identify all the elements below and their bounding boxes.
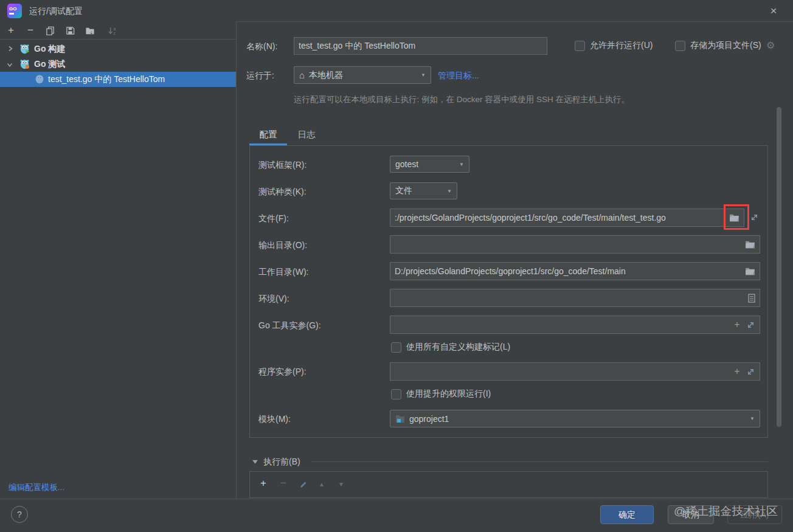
tree-item-go-build[interactable]: Go 构建 <box>0 41 236 57</box>
file-label: 文件(F): <box>258 213 289 224</box>
test-kind-value: 文件 <box>395 185 412 196</box>
sort-configurations-icon[interactable]: az <box>106 24 118 36</box>
elevated-privileges-checkbox[interactable]: 使用提升的权限运行(I) <box>391 389 491 399</box>
add-macro-icon[interactable]: + <box>734 365 740 378</box>
chevron-down-icon: ▼ <box>417 72 426 78</box>
help-button[interactable]: ? <box>11 506 28 523</box>
add-macro-icon[interactable]: + <box>734 319 740 331</box>
remove-task-icon[interactable]: − <box>277 477 289 489</box>
checkbox-box[interactable] <box>575 41 585 51</box>
working-dir-input[interactable]: D:/projects/GolandProjects/goproject1/sr… <box>390 262 760 280</box>
tab-configuration[interactable]: 配置 <box>254 129 283 140</box>
move-down-icon[interactable]: ▼ <box>335 478 347 490</box>
run-on-select[interactable]: ⌂ 本地机器 ▼ <box>294 66 431 84</box>
name-input[interactable]: test_test.go 中的 TestHelloTom <box>294 37 547 55</box>
test-kind-select[interactable]: 文件 ▼ <box>390 182 457 199</box>
run-on-label: 运行于: <box>246 71 274 81</box>
name-label: 名称(N): <box>246 41 277 52</box>
vertical-scrollbar[interactable] <box>777 107 781 427</box>
new-folder-icon[interactable] <box>84 24 96 36</box>
test-kind-label: 测试种类(K): <box>258 187 306 198</box>
svg-text:z: z <box>113 31 115 35</box>
program-args-label: 程序实参(P): <box>258 367 306 378</box>
output-dir-label: 输出目录(O): <box>258 240 307 251</box>
store-as-project-label: 存储为项目文件(S) <box>690 40 761 51</box>
environment-input[interactable] <box>390 289 760 307</box>
chevron-down-icon[interactable] <box>5 61 14 69</box>
footer-divider <box>0 499 793 499</box>
move-up-icon[interactable]: ▲ <box>316 478 328 490</box>
name-input-value: test_test.go 中的 TestHelloTom <box>299 41 542 52</box>
save-configuration-icon[interactable] <box>64 24 76 36</box>
edit-task-icon[interactable] <box>297 478 310 491</box>
tree-item-test-hellotom-selected[interactable]: test_test.go 中的 TestHelloTom <box>0 72 236 87</box>
close-icon[interactable]: × <box>764 3 783 19</box>
framework-label: 测试框架(R): <box>258 160 306 171</box>
svg-text:a: a <box>113 26 116 30</box>
expand-field-icon[interactable] <box>746 320 755 330</box>
apply-button[interactable]: 应用(A) <box>727 505 782 524</box>
tree-item-label: Go 测试 <box>34 59 65 70</box>
expand-field-icon[interactable] <box>746 367 755 376</box>
env-variables-icon[interactable] <box>748 294 755 303</box>
working-dir-value: D:/projects/GolandProjects/goproject1/sr… <box>395 266 743 276</box>
add-configuration-icon[interactable]: + <box>5 24 17 36</box>
chevron-down-icon: ▼ <box>455 162 464 167</box>
store-as-project-checkbox[interactable]: 存储为项目文件(S) <box>675 40 761 51</box>
checkbox-box[interactable] <box>675 41 685 51</box>
go-tool-args-input[interactable]: + <box>390 316 760 334</box>
collapse-arrow-icon[interactable] <box>250 457 260 466</box>
allow-parallel-checkbox[interactable]: 允许并行运行(U) <box>575 40 653 51</box>
tree-item-label: Go 构建 <box>34 44 65 55</box>
go-tool-args-label: Go 工具实参(G): <box>258 320 321 331</box>
module-select[interactable]: goproject1 ▼ <box>390 410 760 427</box>
framework-select[interactable]: gotest ▼ <box>390 156 469 173</box>
framework-value: gotest <box>395 159 418 169</box>
run-debug-configurations-dialog: GO 运行/调试配置 × + − az Go 构建 <box>0 0 793 532</box>
edit-configuration-templates-link[interactable]: 编辑配置模板... <box>9 482 64 493</box>
add-task-icon[interactable]: + <box>257 477 269 489</box>
cancel-button[interactable]: 取消 <box>668 505 714 524</box>
custom-build-tags-label: 使用所有自定义构建标记(L) <box>406 342 510 353</box>
chevron-right-icon[interactable] <box>6 44 15 53</box>
ok-button[interactable]: 确定 <box>600 505 654 524</box>
checkbox-box[interactable] <box>391 389 401 399</box>
tree-item-go-test[interactable]: Go 测试 <box>0 57 236 72</box>
panel-divider <box>236 21 237 499</box>
tab-logs[interactable]: 日志 <box>292 129 321 140</box>
home-icon: ⌂ <box>299 70 305 80</box>
file-input[interactable]: :/projects/GolandProjects/goproject1/src… <box>390 209 744 227</box>
copy-configuration-icon[interactable] <box>44 24 56 36</box>
manage-targets-link[interactable]: 管理目标... <box>438 71 479 81</box>
titlebar-divider <box>236 21 793 22</box>
gear-icon[interactable]: ⚙ <box>766 40 775 51</box>
working-dir-label: 工作目录(W): <box>258 267 308 278</box>
section-rule <box>311 461 768 462</box>
go-gopher-test-icon <box>19 59 30 69</box>
module-folder-icon <box>395 415 405 423</box>
output-dir-input[interactable] <box>390 235 760 254</box>
goland-logo-icon: GO <box>7 4 22 18</box>
module-value: goproject1 <box>409 414 449 424</box>
run-on-hint: 运行配置可以在本地或目标上执行: 例如，在 Docker 容器中或使用 SSH … <box>294 94 762 105</box>
configurations-toolbar: + − az <box>0 22 236 39</box>
custom-build-tags-checkbox[interactable]: 使用所有自定义构建标记(L) <box>391 342 510 353</box>
before-launch-panel: + − ▲ ▼ <box>249 471 768 498</box>
annotation-highlight-box <box>724 204 749 230</box>
program-args-input[interactable]: + <box>390 362 760 381</box>
run-on-value: 本地机器 <box>309 70 343 81</box>
go-gopher-test-icon <box>35 74 44 84</box>
window-title: 运行/调试配置 <box>29 6 83 17</box>
remove-configuration-icon[interactable]: − <box>24 24 36 36</box>
checkbox-box[interactable] <box>391 342 401 353</box>
browse-folder-icon[interactable] <box>745 267 755 275</box>
browse-folder-icon[interactable] <box>745 240 755 249</box>
allow-parallel-label: 允许并行运行(U) <box>590 40 653 51</box>
before-launch-label: 执行前(B) <box>263 457 300 468</box>
expand-field-icon[interactable] <box>749 212 760 223</box>
environment-label: 环境(V): <box>258 294 289 305</box>
titlebar: GO 运行/调试配置 × <box>0 0 793 22</box>
tree-item-label: test_test.go 中的 TestHelloTom <box>48 74 165 85</box>
file-input-value: :/projects/GolandProjects/goproject1/src… <box>395 213 727 223</box>
toolbar-divider <box>0 39 236 40</box>
